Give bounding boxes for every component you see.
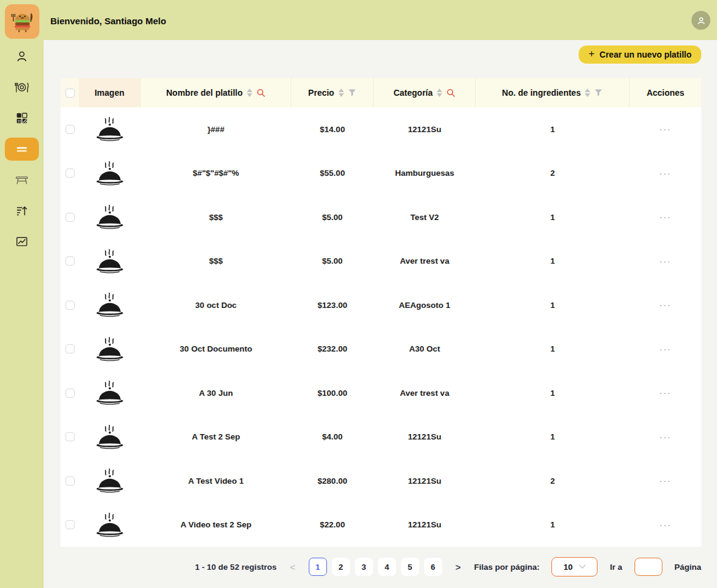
sidebar-item-sales[interactable] — [5, 199, 39, 222]
caret-up-icon — [338, 89, 344, 92]
dish-cloche-icon — [94, 204, 126, 230]
dish-category: A30 Oct — [374, 344, 476, 353]
rows-per-page-value: 10 — [564, 563, 573, 572]
page-button-3[interactable]: 3 — [355, 558, 373, 576]
goto-page-input[interactable] — [635, 558, 662, 576]
dish-name: 30 oct Doc — [141, 301, 291, 310]
pagination-bar: 1 - 10 de 52 registros < 123456 > Filas … — [61, 557, 701, 576]
page-button-6[interactable]: 6 — [424, 558, 442, 576]
dish-image-cell — [79, 248, 141, 275]
chevron-down-icon — [579, 564, 586, 569]
caret-down-icon — [338, 93, 344, 97]
row-actions-button[interactable]: ··· — [630, 300, 701, 310]
row-checkbox-cell — [61, 213, 79, 222]
dish-price: $5.00 — [291, 256, 374, 266]
sort-amount-up-icon — [15, 204, 29, 218]
column-header-precio: Precio — [291, 78, 374, 107]
row-checkbox[interactable] — [66, 256, 75, 266]
dish-cloche-icon — [94, 336, 126, 362]
row-actions-button[interactable]: ··· — [630, 476, 701, 486]
row-checkbox[interactable] — [66, 301, 75, 310]
sidebar-item-reports[interactable] — [5, 230, 39, 253]
create-dish-label: Crear un nuevo platillo — [599, 50, 692, 59]
row-actions-button[interactable]: ··· — [630, 256, 701, 266]
page-button-1[interactable]: 1 — [309, 558, 327, 576]
dish-category: 12121Su — [374, 432, 476, 441]
table-furniture-icon — [15, 174, 29, 186]
page-button-5[interactable]: 5 — [401, 558, 419, 576]
row-checkbox[interactable] — [66, 169, 75, 178]
filter-icon[interactable] — [348, 89, 356, 96]
sidebar-item-dining[interactable] — [5, 76, 39, 99]
dish-name: A Test Video 1 — [141, 476, 291, 486]
dish-image-cell — [79, 336, 141, 362]
dish-ingredients-count: 1 — [476, 520, 630, 529]
row-checkbox[interactable] — [66, 432, 75, 441]
row-actions-button[interactable]: ··· — [630, 388, 701, 398]
dish-name: }### — [141, 125, 291, 134]
row-actions-button[interactable]: ··· — [630, 432, 701, 442]
dish-cloche-icon — [94, 424, 126, 450]
dish-image-cell — [79, 204, 141, 230]
table-body: }### $14.00 12121Su 1 ··· $#"$"#$#"% — [61, 107, 701, 547]
row-checkbox[interactable] — [66, 125, 75, 134]
table-row: 30 oct Doc $123.00 AEAgosoto 1 1 ··· — [61, 283, 701, 327]
dish-cloche-icon — [94, 292, 126, 318]
records-summary: 1 - 10 de 52 registros — [195, 563, 277, 572]
next-page-button[interactable]: > — [454, 562, 462, 572]
sidebar-item-profile[interactable] — [5, 45, 39, 68]
sort-button[interactable] — [585, 89, 590, 97]
user-avatar[interactable] — [692, 11, 710, 30]
sidebar-item-tables[interactable] — [5, 169, 39, 192]
page-button-2[interactable]: 2 — [332, 558, 350, 576]
plus-icon: + — [588, 48, 594, 60]
page-button-4[interactable]: 4 — [378, 558, 396, 576]
select-all-checkbox[interactable] — [66, 89, 75, 98]
row-actions-button[interactable]: ··· — [630, 520, 701, 530]
search-icon[interactable] — [446, 89, 455, 97]
row-actions-button[interactable]: ··· — [630, 169, 701, 178]
row-checkbox[interactable] — [66, 389, 75, 398]
app-logo[interactable] — [5, 4, 39, 39]
dish-cloche-icon — [94, 467, 126, 494]
row-checkbox[interactable] — [66, 344, 75, 353]
search-icon[interactable] — [257, 89, 265, 97]
dish-name: 30 Oct Documento — [141, 344, 291, 353]
dish-name: A Test 2 Sep — [141, 432, 291, 441]
dish-ingredients-count: 1 — [476, 125, 630, 134]
dish-ingredients-count: 1 — [476, 213, 630, 222]
row-checkbox[interactable] — [66, 520, 75, 529]
column-header-categoria: Categoría — [374, 78, 476, 107]
welcome-title: Bienvenido, Santiago Melo — [50, 16, 166, 26]
dish-image-cell — [79, 116, 141, 142]
row-actions-button[interactable]: ··· — [630, 344, 701, 354]
row-checkbox-cell — [61, 344, 79, 353]
dish-price: $5.00 — [291, 213, 374, 222]
dish-category: Hamburguesas — [374, 169, 476, 178]
row-checkbox[interactable] — [66, 213, 75, 222]
prev-page-button[interactable]: < — [289, 562, 297, 572]
dish-price: $22.00 — [291, 520, 374, 529]
rows-per-page-select[interactable]: 10 — [551, 557, 598, 576]
table-row: $$$ $5.00 Test V2 1 ··· — [61, 195, 701, 239]
dish-ingredients-count: 1 — [476, 389, 630, 398]
dish-image-cell — [79, 379, 141, 406]
row-actions-button[interactable]: ··· — [630, 124, 701, 134]
line-chart-icon — [15, 236, 29, 248]
row-checkbox-cell — [61, 432, 79, 441]
row-actions-button[interactable]: ··· — [630, 212, 701, 222]
dish-image-cell — [79, 424, 141, 450]
dish-category: AEAgosoto 1 — [374, 301, 476, 310]
sort-button[interactable] — [437, 89, 442, 97]
dish-price: $14.00 — [291, 125, 374, 134]
sidebar-item-platillos[interactable] — [5, 138, 39, 161]
filter-icon[interactable] — [594, 89, 602, 96]
dish-image-cell — [79, 467, 141, 494]
sidebar-item-categories[interactable] — [5, 107, 39, 130]
row-checkbox[interactable] — [66, 476, 75, 486]
sort-button[interactable] — [247, 89, 252, 97]
table-row: $$$ $5.00 Aver trest va 1 ··· — [61, 239, 701, 284]
table-row: }### $14.00 12121Su 1 ··· — [61, 107, 701, 152]
sort-button[interactable] — [338, 89, 344, 97]
create-dish-button[interactable]: + Crear un nuevo platillo — [579, 45, 701, 64]
